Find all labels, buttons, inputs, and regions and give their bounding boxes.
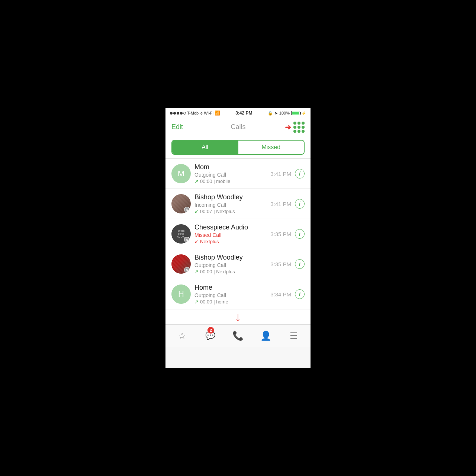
outgoing-arrow-icon3: ↗ xyxy=(194,299,199,305)
avatar-badge-bishop2: N xyxy=(184,267,190,273)
call-type-missed: Missed Call xyxy=(194,232,267,238)
call-time: 3:34 PM xyxy=(270,291,291,298)
nav-favorites[interactable]: ☆ xyxy=(168,325,196,347)
annotation-arrow-dialpad: ➜ xyxy=(285,123,291,132)
nav-bar: Edit Calls ➜ xyxy=(165,118,311,136)
call-info-chess: Chesspiece Audio Missed Call ↙ Nextplus xyxy=(191,223,270,244)
grid-dot xyxy=(293,126,296,129)
dot3 xyxy=(177,112,179,115)
call-item-chess[interactable]: chesspieceAUDIO N Chesspiece Audio Misse… xyxy=(165,219,311,249)
outgoing-arrow-icon2: ↗ xyxy=(194,269,199,274)
info-button[interactable]: i xyxy=(295,169,305,178)
segment-missed[interactable]: Missed xyxy=(238,141,304,154)
bolt-icon: ⚡ xyxy=(302,111,306,115)
calls-icon: 📞 xyxy=(232,331,244,341)
lock-icon: 🔒 xyxy=(268,111,273,116)
carrier-label: T-Mobile Wi-Fi xyxy=(187,111,213,115)
info-button[interactable]: i xyxy=(295,289,305,299)
info-button[interactable]: i xyxy=(295,229,305,239)
message-badge: 2 xyxy=(208,327,214,334)
status-bar: T-Mobile Wi-Fi 📶 3:42 PM 🔒 ➤ 100% ⚡ xyxy=(165,108,311,118)
dialpad-button[interactable] xyxy=(293,122,305,133)
avatar-home: H xyxy=(171,284,191,304)
grid-dot xyxy=(298,122,300,125)
annotation-arrow-phone: ↓ xyxy=(235,311,241,323)
wifi-icon: 📶 xyxy=(215,110,220,116)
call-meta: ↗ 00:00 | Nextplus xyxy=(194,269,267,274)
segment-all[interactable]: All xyxy=(172,141,238,154)
segment-control: All Missed xyxy=(171,140,305,155)
nav-more[interactable]: ☰ xyxy=(280,325,308,347)
nav-contacts[interactable]: 👤 xyxy=(252,325,280,347)
battery-icon xyxy=(291,111,300,115)
call-type: Outgoing Call xyxy=(194,292,267,298)
signal-dots xyxy=(170,112,186,115)
nav-messages[interactable]: 💬 2 xyxy=(196,325,224,347)
dot5 xyxy=(183,112,186,115)
nav-calls[interactable]: 📞 xyxy=(224,325,252,347)
avatar-bishop1: N xyxy=(171,194,191,213)
grid-dot xyxy=(302,122,305,125)
dot2 xyxy=(173,112,176,115)
grid-dot xyxy=(293,130,296,133)
grid-dot xyxy=(298,130,300,133)
call-time: 3:41 PM xyxy=(270,171,291,177)
dot1 xyxy=(170,112,173,115)
call-info-home: Home Outgoing Call ↗ 00:00 | home xyxy=(191,284,270,305)
bottom-nav: ☆ 💬 2 📞 👤 ☰ xyxy=(165,324,311,347)
favorites-icon: ☆ xyxy=(178,331,186,341)
call-meta: ↗ 00:00 | mobile xyxy=(194,178,267,184)
grid-dot xyxy=(293,122,296,125)
call-info-bishop2: Bishop Woodley Outgoing Call ↗ 00:00 | N… xyxy=(191,254,270,274)
dot4 xyxy=(180,112,183,115)
call-item-bishop2[interactable]: N Bishop Woodley Outgoing Call ↗ 00:00 |… xyxy=(165,249,311,279)
segment-wrapper: All Missed xyxy=(165,136,311,159)
battery-percent: 100% xyxy=(279,111,290,115)
edit-button[interactable]: Edit xyxy=(171,123,183,131)
avatar-mom: M xyxy=(171,164,191,183)
avatar-badge: N xyxy=(184,207,190,213)
contacts-icon: 👤 xyxy=(260,331,271,341)
call-meta: ↙ 00:07 | Nextplus xyxy=(194,209,267,214)
location-icon: ➤ xyxy=(274,111,278,116)
call-name: Home xyxy=(194,284,267,292)
incoming-arrow-icon: ↙ xyxy=(194,209,199,214)
call-type: Outgoing Call xyxy=(194,172,267,178)
call-time: 3:41 PM xyxy=(270,201,291,207)
status-left: T-Mobile Wi-Fi 📶 xyxy=(170,110,220,116)
call-time: 3:35 PM xyxy=(270,261,291,267)
grid-dot xyxy=(302,130,305,133)
call-meta: ↗ 00:00 | home xyxy=(194,299,267,305)
avatar-bishop2: N xyxy=(171,254,191,274)
call-name: Bishop Woodley xyxy=(194,193,267,201)
call-item-home[interactable]: H Home Outgoing Call ↗ 00:00 | home 3:34… xyxy=(165,279,311,309)
call-name: Chesspiece Audio xyxy=(194,223,267,231)
outgoing-arrow-icon: ↗ xyxy=(194,178,199,184)
call-name: Mom xyxy=(194,163,267,171)
call-info-mom: Mom Outgoing Call ↗ 00:00 | mobile xyxy=(191,163,270,184)
avatar-badge-chess: N xyxy=(184,237,190,243)
call-info-bishop1: Bishop Woodley Incoming Call ↙ 00:07 | N… xyxy=(191,193,270,214)
call-meta-missed: ↙ Nextplus xyxy=(194,239,267,244)
status-time: 3:42 PM xyxy=(235,110,252,116)
call-type: Incoming Call xyxy=(194,202,267,208)
call-type: Outgoing Call xyxy=(194,262,267,268)
call-time: 3:35 PM xyxy=(270,231,291,237)
more-icon: ☰ xyxy=(290,331,298,341)
avatar-chess: chesspieceAUDIO N xyxy=(171,224,191,244)
call-item-bishop1[interactable]: N Bishop Woodley Incoming Call ↙ 00:07 |… xyxy=(165,189,311,219)
call-item-mom[interactable]: M Mom Outgoing Call ↗ 00:00 | mobile 3:4… xyxy=(165,159,311,189)
info-button[interactable]: i xyxy=(295,259,305,269)
info-button[interactable]: i xyxy=(295,199,305,209)
page-title: Calls xyxy=(231,123,246,131)
call-name: Bishop Woodley xyxy=(194,254,267,261)
annotation-area: ↓ xyxy=(165,309,311,324)
battery-fill xyxy=(292,112,299,115)
grid-dot xyxy=(302,126,305,129)
missed-arrow-icon: ↙ xyxy=(194,239,199,244)
grid-dot xyxy=(298,126,300,129)
status-right: 🔒 ➤ 100% ⚡ xyxy=(268,111,306,116)
call-list: M Mom Outgoing Call ↗ 00:00 | mobile 3:4… xyxy=(165,159,311,309)
